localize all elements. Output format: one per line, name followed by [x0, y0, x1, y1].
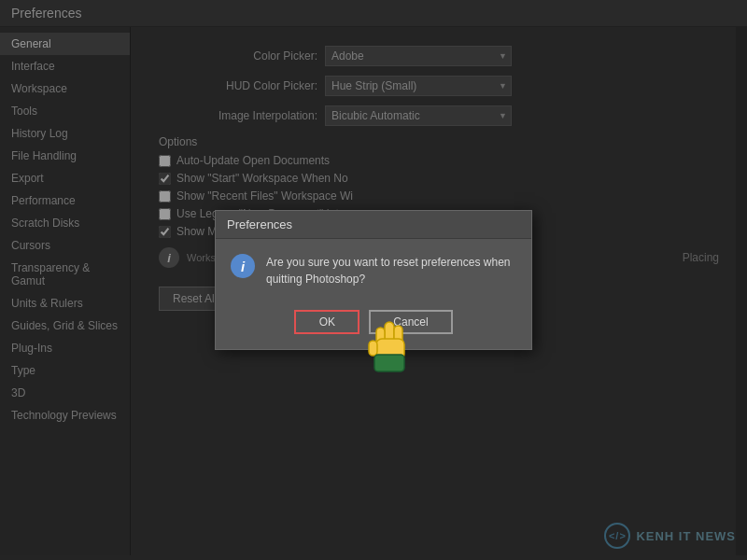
modal-ok-button[interactable]: OK	[294, 310, 359, 334]
modal-body: i Are you sure you want to reset prefere…	[216, 239, 531, 302]
modal-title-bar: Preferences	[216, 211, 531, 239]
modal-cancel-button[interactable]: Cancel	[369, 310, 452, 334]
modal-overlay: Preferences i Are you sure you want to r…	[0, 0, 747, 560]
modal-message: Are you sure you want to reset preferenc…	[266, 254, 516, 287]
svg-rect-5	[374, 355, 404, 371]
modal-dialog: Preferences i Are you sure you want to r…	[215, 210, 532, 350]
modal-info-icon: i	[231, 254, 255, 278]
modal-title: Preferences	[227, 217, 292, 231]
modal-buttons: OK Cancel	[216, 302, 531, 349]
